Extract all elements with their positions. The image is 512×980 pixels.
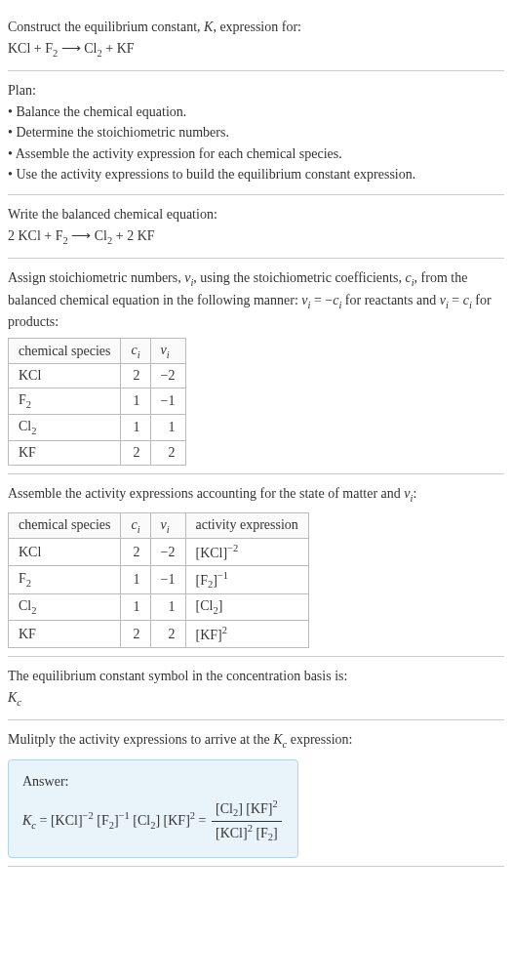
answer-label: Answer:	[22, 772, 284, 792]
cell-species: KF	[9, 621, 121, 648]
cell-c: 1	[121, 415, 150, 441]
cell-species: KF	[9, 441, 121, 466]
fraction-numerator: [Cl2] [KF]2	[212, 797, 282, 822]
symbol-section: The equilibrium constant symbol in the c…	[8, 657, 504, 720]
fraction-denominator: [KCl]2 [F2]	[212, 822, 282, 845]
cell-species: F2	[9, 566, 121, 594]
cell-v: 1	[150, 415, 185, 441]
activity-table: chemical species ci νi activity expressi…	[8, 512, 309, 648]
balanced-equation: 2 KCl + F2 ⟶ Cl2 + 2 KF	[8, 226, 504, 248]
table-row: Cl2 1 1	[9, 415, 186, 441]
cell-species: Cl2	[9, 415, 121, 441]
balanced-heading: Write the balanced chemical equation:	[8, 205, 504, 225]
cell-c: 2	[121, 364, 150, 388]
cell-c: 2	[121, 539, 150, 566]
cell-v: 1	[150, 594, 185, 621]
table-row: F2 1 −1	[9, 388, 186, 415]
cell-species: KCl	[9, 539, 121, 566]
cell-expr: [F2]−1	[185, 566, 308, 594]
intro-equation: KCl + F2 ⟶ Cl2 + KF	[8, 39, 504, 61]
col-species: chemical species	[9, 512, 121, 539]
cell-expr: [KCl]−2	[185, 539, 308, 566]
symbol-value: Kc	[8, 688, 504, 710]
cell-v: −1	[150, 388, 185, 415]
cell-expr: [KF]2	[185, 621, 308, 648]
cell-v: −1	[150, 566, 185, 594]
col-v: νi	[150, 338, 185, 364]
col-c: ci	[121, 338, 150, 364]
plan-item: • Balance the chemical equation.	[8, 102, 504, 122]
answer-expression: Kc = [KCl]−2 [F2]−1 [Cl2] [KF]2 = [Cl2] …	[22, 794, 284, 845]
col-species: chemical species	[9, 338, 121, 364]
cell-v: −2	[150, 539, 185, 566]
cell-v: −2	[150, 364, 185, 388]
cell-c: 1	[121, 594, 150, 621]
col-c: ci	[121, 512, 150, 539]
table-header-row: chemical species ci νi activity expressi…	[9, 512, 309, 539]
col-v: νi	[150, 512, 185, 539]
cell-species: Cl2	[9, 594, 121, 621]
symbol-heading: The equilibrium constant symbol in the c…	[8, 667, 504, 686]
cell-v: 2	[150, 441, 185, 466]
answer-box: Answer: Kc = [KCl]−2 [F2]−1 [Cl2] [KF]2 …	[8, 759, 298, 858]
cell-expr: [Cl2]	[185, 594, 308, 621]
table-row: KCl 2 −2	[9, 364, 186, 388]
plan-item: • Use the activity expressions to build …	[8, 165, 504, 184]
plan-heading: Plan:	[8, 81, 504, 101]
activity-section: Assemble the activity expressions accoun…	[8, 474, 504, 657]
intro-section: Construct the equilibrium constant, K, e…	[8, 8, 504, 71]
cell-c: 1	[121, 388, 150, 415]
multiply-heading: Mulitply the activity expressions to arr…	[8, 730, 504, 752]
plan-item: • Determine the stoichiometric numbers.	[8, 123, 504, 143]
table-row: Cl2 1 1 [Cl2]	[9, 594, 309, 621]
table-row: F2 1 −1 [F2]−1	[9, 566, 309, 594]
stoich-heading: Assign stoichiometric numbers, νi, using…	[8, 268, 504, 332]
table-row: KF 2 2 [KF]2	[9, 621, 309, 648]
cell-species: KCl	[9, 364, 121, 388]
intro-title: Construct the equilibrium constant, K, e…	[8, 18, 504, 37]
cell-c: 2	[121, 441, 150, 466]
fraction: [Cl2] [KF]2 [KCl]2 [F2]	[212, 797, 282, 845]
cell-c: 2	[121, 621, 150, 648]
plan-section: Plan: • Balance the chemical equation. •…	[8, 71, 504, 195]
balanced-section: Write the balanced chemical equation: 2 …	[8, 195, 504, 259]
table-row: KF 2 2	[9, 441, 186, 466]
stoich-table: chemical species ci νi KCl 2 −2 F2 1 −1 …	[8, 338, 186, 466]
activity-heading: Assemble the activity expressions accoun…	[8, 484, 504, 506]
table-header-row: chemical species ci νi	[9, 338, 186, 364]
col-expr: activity expression	[185, 512, 308, 539]
table-row: KCl 2 −2 [KCl]−2	[9, 539, 309, 566]
cell-v: 2	[150, 621, 185, 648]
cell-c: 1	[121, 566, 150, 594]
multiply-section: Mulitply the activity expressions to arr…	[8, 720, 504, 867]
stoich-section: Assign stoichiometric numbers, νi, using…	[8, 259, 504, 474]
cell-species: F2	[9, 388, 121, 415]
plan-item: • Assemble the activity expression for e…	[8, 144, 504, 164]
